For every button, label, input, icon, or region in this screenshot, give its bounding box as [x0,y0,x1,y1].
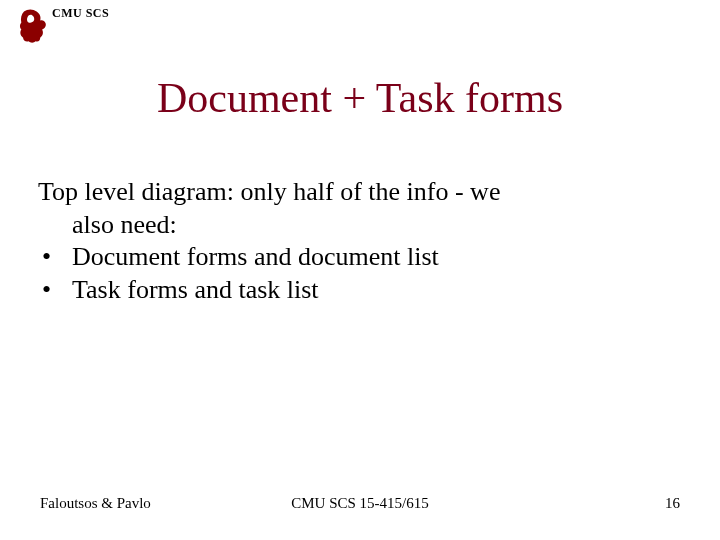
bullet-marker-icon: • [38,274,72,307]
cmu-scotty-icon [18,8,48,44]
header-org-label: CMU SCS [52,6,109,21]
slide-body: Top level diagram: only half of the info… [38,176,682,306]
intro-text-line2: also need: [38,209,682,242]
bullet-marker-icon: • [38,241,72,274]
bullet-text: Task forms and task list [72,274,319,307]
slide-title: Document + Task forms [0,74,720,122]
intro-text-line1: Top level diagram: only half of the info… [38,176,682,209]
footer-authors: Faloutsos & Pavlo [40,495,253,512]
bullet-item: • Document forms and document list [38,241,682,274]
slide-header: CMU SCS [18,8,109,44]
footer-page-number: 16 [467,495,680,512]
footer-course: CMU SCS 15-415/615 [253,495,466,512]
bullet-item: • Task forms and task list [38,274,682,307]
slide-footer: Faloutsos & Pavlo CMU SCS 15-415/615 16 [40,495,680,512]
bullet-text: Document forms and document list [72,241,439,274]
